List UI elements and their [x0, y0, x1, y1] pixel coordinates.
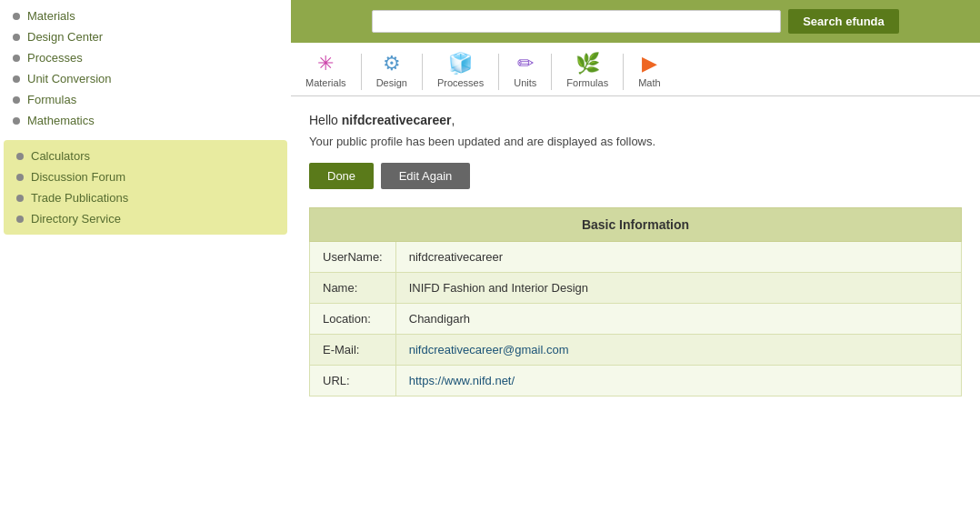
bullet-icon	[16, 174, 24, 181]
nav-item-label: Materials	[305, 77, 346, 88]
search-button[interactable]: Search efunda	[788, 9, 899, 34]
done-button[interactable]: Done	[309, 163, 374, 189]
search-bar: Search efunda	[291, 0, 980, 43]
search-input[interactable]	[372, 10, 781, 33]
bullet-icon	[13, 117, 20, 125]
hello-username: nifdcreativecareer	[342, 113, 452, 127]
hello-suffix: ,	[451, 113, 455, 127]
table-cell-value: Chandigarh	[395, 304, 961, 335]
table-cell-label: E-Mail:	[310, 335, 396, 366]
table-cell-value: nifdcreativecareer	[395, 242, 961, 273]
nav-icons: ✳Materials⚙Design🧊Processes✏Units🌿Formul…	[291, 43, 980, 96]
bullet-icon	[16, 216, 24, 223]
table-cell-link[interactable]: https://www.nifd.net/	[409, 374, 515, 387]
nav-item-formulas[interactable]: 🌿Formulas	[552, 48, 623, 95]
table-cell-value[interactable]: https://www.nifd.net/	[395, 366, 961, 396]
table-row: Name:INIFD Fashion and Interior Design	[310, 273, 962, 304]
sidebar-item-label: Design Center	[27, 30, 103, 44]
table-cell-link[interactable]: nifdcreativecareer@gmail.com	[409, 343, 569, 356]
table-row: URL:https://www.nifd.net/	[310, 366, 962, 396]
nav-item-label: Processes	[437, 77, 484, 88]
action-buttons: Done Edit Again	[309, 163, 962, 189]
processes-icon: 🧊	[448, 52, 473, 75]
profile-note: Your public profile has been updated and…	[309, 135, 962, 148]
bullet-icon	[13, 55, 20, 62]
sidebar-item-label: Calculators	[31, 149, 90, 163]
bullet-icon	[16, 195, 24, 202]
main-area: Search efunda ✳Materials⚙Design🧊Processe…	[291, 0, 980, 413]
table-cell-label: URL:	[310, 366, 396, 396]
sidebar-item-discussion-forum[interactable]: Discussion Forum	[4, 166, 287, 187]
nav-item-label: Formulas	[566, 77, 608, 88]
table-row: UserName:nifdcreativecareer	[310, 242, 962, 273]
edit-again-button[interactable]: Edit Again	[381, 163, 471, 189]
units-icon: ✏	[517, 52, 534, 75]
sidebar-item-label: Formulas	[27, 93, 76, 106]
sidebar-item-label: Materials	[27, 9, 75, 23]
nav-item-label: Math	[638, 77, 660, 88]
table-row: E-Mail:nifdcreativecareer@gmail.com	[310, 335, 962, 366]
sidebar-item-label: Mathematics	[27, 114, 95, 127]
sidebar-item-trade-publications[interactable]: Trade Publications	[4, 187, 287, 208]
formulas-icon: 🌿	[575, 52, 600, 75]
nav-item-design[interactable]: ⚙Design	[362, 48, 422, 95]
bullet-icon	[13, 96, 20, 104]
sidebar-item-directory-service[interactable]: Directory Service	[4, 208, 287, 229]
bullet-icon	[13, 75, 20, 83]
sidebar-item-label: Directory Service	[31, 212, 121, 226]
nav-item-math[interactable]: ▶Math	[624, 48, 675, 95]
nav-item-processes[interactable]: 🧊Processes	[423, 48, 498, 95]
table-cell-label: UserName:	[310, 242, 396, 273]
sidebar-item-label: Processes	[27, 51, 83, 65]
design-icon: ⚙	[383, 52, 401, 75]
sidebar-item-label: Trade Publications	[31, 191, 128, 205]
sidebar-top-section: MaterialsDesign CenterProcessesUnit Conv…	[0, 0, 291, 136]
nav-item-label: Design	[376, 77, 407, 88]
sidebar-item-formulas[interactable]: Formulas	[0, 89, 291, 110]
sidebar-item-materials[interactable]: Materials	[0, 5, 291, 26]
hello-prefix: Hello	[309, 113, 342, 127]
materials-icon: ✳	[317, 52, 334, 75]
table-cell-value[interactable]: nifdcreativecareer@gmail.com	[395, 335, 961, 366]
table-cell-value: INIFD Fashion and Interior Design	[395, 273, 961, 304]
content-area: Hello nifdcreativecareer, Your public pr…	[291, 96, 980, 413]
sidebar-item-processes[interactable]: Processes	[0, 47, 291, 68]
sidebar-item-calculators[interactable]: Calculators	[4, 146, 287, 166]
bullet-icon	[16, 153, 24, 160]
sidebar-item-mathematics[interactable]: Mathematics	[0, 110, 291, 131]
sidebar-item-design-center[interactable]: Design Center	[0, 26, 291, 47]
basic-info-table: Basic Information UserName:nifdcreativec…	[309, 207, 962, 396]
bullet-icon	[13, 34, 20, 41]
bullet-icon	[13, 13, 20, 20]
nav-item-units[interactable]: ✏Units	[499, 48, 551, 95]
table-cell-label: Name:	[310, 273, 396, 304]
table-cell-label: Location:	[310, 304, 396, 335]
math-icon: ▶	[642, 52, 657, 75]
table-row: Location:Chandigarh	[310, 304, 962, 335]
sidebar-item-label: Unit Conversion	[27, 72, 112, 85]
hello-text: Hello nifdcreativecareer,	[309, 113, 962, 127]
sidebar-bottom-section: CalculatorsDiscussion ForumTrade Publica…	[4, 140, 287, 235]
sidebar-item-label: Discussion Forum	[31, 170, 125, 184]
table-header: Basic Information	[310, 208, 962, 242]
nav-item-materials[interactable]: ✳Materials	[291, 48, 361, 95]
nav-item-label: Units	[514, 77, 536, 88]
sidebar-item-unit-conversion[interactable]: Unit Conversion	[0, 68, 291, 89]
sidebar: MaterialsDesign CenterProcessesUnit Conv…	[0, 0, 291, 413]
